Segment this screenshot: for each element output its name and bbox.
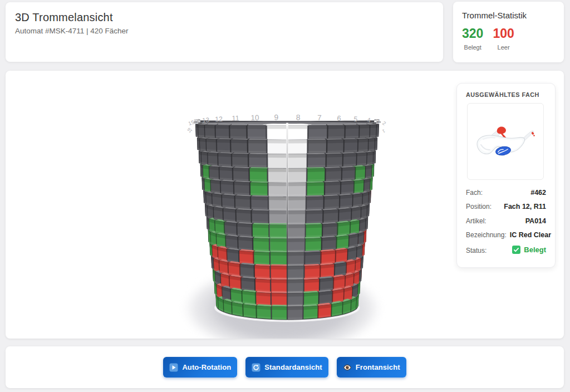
stat-occupied-value: 320 [462,27,483,40]
detail-row-fach: Fach: #462 [466,189,546,203]
svg-text:8: 8 [296,113,301,121]
svg-text:3: 3 [376,118,380,125]
svg-text:16: 16 [186,126,193,134]
status-text: Belegt [524,246,546,254]
svg-text:1: 1 [381,128,386,134]
header-card: 3D Trommelansicht Automat #MSK-4711 | 42… [6,2,443,62]
safety-glasses-image [468,104,543,179]
svg-text:11: 11 [232,114,239,122]
stats-title: Trommel-Statistik [462,11,555,20]
detail-row-position: Position: Fach 12, R11 [466,203,546,217]
detail-row-bezeichnung: Bezeichnung: IC Red Clear [466,231,546,245]
detail-row-artikel: Artikel: PA014 [466,217,546,231]
detail-value: #462 [530,189,546,197]
detail-label: Bezeichnung: [466,231,507,239]
controls-card: Auto-Rotation Standardansicht Frontansic… [6,346,564,388]
page-subtitle: Automat #MSK-4711 | 420 Fächer [15,27,434,35]
svg-text:12: 12 [215,115,223,124]
detail-label: Status: [466,247,487,254]
detail-row-status: Status: Belegt [466,246,546,259]
detail-label: Artikel: [466,217,487,225]
svg-text:6: 6 [337,114,341,122]
selected-panel-title: AUSGEWÄHLTES FACH [466,91,546,98]
detail-rows: Fach: #462 Position: Fach 12, R11 Artike… [466,189,546,259]
auto-rotation-button[interactable]: Auto-Rotation [163,357,237,378]
stat-occupied-label: Belegt [462,44,483,51]
detail-value: IC Red Clear [510,231,551,239]
detail-label: Fach: [466,189,483,197]
product-image-frame [467,103,544,180]
page-title: 3D Trommelansicht [15,11,434,24]
svg-text:10: 10 [250,114,259,122]
eye-icon [343,363,352,372]
stats-row: 320 Belegt 100 Leer [462,27,555,51]
standard-view-button[interactable]: Standardansicht [245,357,328,378]
svg-text:2: 2 [381,120,387,126]
svg-text:9: 9 [274,113,279,121]
status-badge: Belegt [512,246,546,254]
checkbox-checked-icon [512,246,520,254]
svg-text:4: 4 [367,116,371,124]
selected-compartment-panel: AUSGEWÄHLTES FACH [456,83,556,268]
detail-value: Fach 12, R11 [504,203,546,210]
svg-text:13: 13 [202,116,210,124]
stat-empty-value: 100 [493,27,514,40]
detail-value: PA014 [525,217,546,225]
detail-label: Position: [466,203,492,210]
stat-empty: 100 Leer [493,27,514,51]
button-label: Auto-Rotation [182,363,231,371]
front-view-button[interactable]: Frontansicht [337,357,406,378]
svg-text:7: 7 [317,114,322,122]
button-label: Standardansicht [264,363,322,371]
reset-icon [252,363,261,372]
play-icon [169,363,178,372]
stat-empty-label: Leer [493,44,514,51]
stat-occupied: 320 Belegt [462,27,483,51]
stats-card: Trommel-Statistik 320 Belegt 100 Leer [453,2,564,62]
svg-text:5: 5 [353,115,358,123]
button-label: Frontansicht [356,363,400,371]
